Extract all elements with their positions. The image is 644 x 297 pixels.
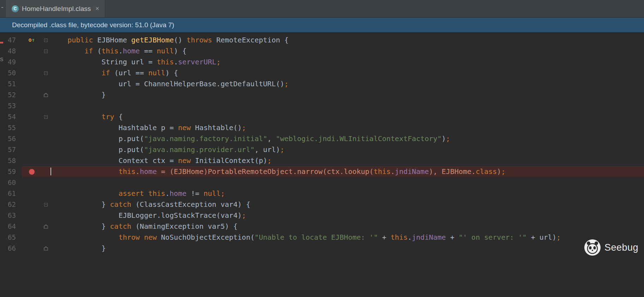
tool-window-label-fragment[interactable]: s — [0, 55, 4, 63]
override-circle-glyph: o — [28, 37, 31, 43]
line-body: Context ctx = new InitialContext(p); — [22, 155, 644, 166]
line-number[interactable]: 52 — [0, 89, 22, 100]
code-line: 61 assert this.home != null; — [0, 188, 644, 199]
line-body: this.home = (EJBHome)PortableRemoteObjec… — [22, 166, 644, 177]
code-text[interactable]: } — [50, 89, 644, 100]
code-line: 50 if (url == null) { — [0, 68, 644, 78]
line-body: } catch (NamingException var5) { — [22, 221, 644, 232]
code-line: 62 } catch (ClassCastException var4) { — [0, 199, 644, 210]
code-line: 65 throw new NoSuchObjectException("Unab… — [0, 232, 644, 243]
clipped-ui-fragment: - — [1, 3, 4, 11]
error-stripe-mark — [0, 42, 3, 43]
code-text[interactable]: } catch (NamingException var5) { — [50, 221, 644, 232]
code-line: 55 Hashtable p = new Hashtable(); — [0, 122, 644, 133]
line-body: } — [22, 243, 644, 254]
code-line: 53 — [0, 100, 644, 111]
code-text[interactable]: Hashtable p = new Hashtable(); — [50, 122, 644, 133]
code-text[interactable]: } catch (ClassCastException var4) { — [50, 199, 644, 210]
fold-collapse-icon[interactable] — [44, 39, 48, 42]
tab-title: HomeHandleImpl.class — [22, 5, 91, 13]
banner-text: Decompiled .class file, bytecode version… — [12, 21, 174, 29]
line-body: Hashtable p = new Hashtable(); — [22, 122, 644, 133]
code-text[interactable]: public EJBHome getEJBHome() throws Remot… — [50, 35, 644, 46]
watermark-text: Seebug — [604, 242, 638, 253]
line-number[interactable]: 59 — [0, 166, 22, 177]
fold-end-icon[interactable] — [44, 93, 48, 97]
line-number[interactable]: 53 — [0, 100, 22, 111]
line-body: url = ChannelHelperBase.getDefaultURL(); — [22, 78, 644, 89]
code-text[interactable]: url = ChannelHelperBase.getDefaultURL(); — [50, 78, 644, 89]
fold-collapse-icon[interactable] — [44, 115, 48, 119]
code-text[interactable]: String url = this.serverURL; — [50, 57, 644, 68]
line-number[interactable]: 64 — [0, 221, 22, 232]
fold-gutter-slot — [41, 246, 50, 251]
ide-window: { "tab_bar": { "tab": { "title": "HomeHa… — [0, 0, 644, 297]
fold-collapse-icon[interactable] — [44, 50, 48, 53]
code-line: 58 Context ctx = new InitialContext(p); — [0, 155, 644, 166]
line-number[interactable]: 57 — [0, 144, 22, 155]
editor-tab[interactable]: C HomeHandleImpl.class × — [6, 0, 105, 17]
overriding-method-icon[interactable]: o↑ — [28, 37, 35, 43]
line-body: } — [22, 89, 644, 100]
line-number[interactable]: 61 — [0, 188, 22, 199]
line-body: p.put("java.naming.provider.url", url); — [22, 144, 644, 155]
code-text[interactable]: } — [50, 243, 644, 254]
line-number[interactable]: 60 — [0, 177, 22, 188]
code-text[interactable]: if (url == null) { — [50, 68, 644, 78]
line-number[interactable]: 51 — [0, 78, 22, 89]
code-line: 48 if (this.home == null) { — [0, 46, 644, 57]
line-body: p.put("java.naming.factory.initial", "we… — [22, 133, 644, 144]
line-number[interactable]: 54 — [0, 111, 22, 122]
line-body: EJBLogger.logStackTrace(var4); — [22, 210, 644, 221]
code-line: 49 String url = this.serverURL; — [0, 57, 644, 68]
line-body: } catch (ClassCastException var4) { — [22, 199, 644, 210]
line-body: throw new NoSuchObjectException("Unable … — [22, 232, 644, 243]
code-area: 47o↑ public EJBHome getEJBHome() throws … — [0, 35, 644, 254]
code-editor: 47o↑ public EJBHome getEJBHome() throws … — [0, 33, 644, 297]
line-number[interactable]: 47 — [0, 35, 22, 46]
code-text[interactable]: try { — [50, 111, 644, 122]
code-line: 51 url = ChannelHelperBase.getDefaultURL… — [0, 78, 644, 89]
code-line: 52 } — [0, 89, 644, 100]
code-line: 64 } catch (NamingException var5) { — [0, 221, 644, 232]
code-line: 56 p.put("java.naming.factory.initial", … — [0, 133, 644, 144]
line-number[interactable]: 50 — [0, 68, 22, 78]
line-number[interactable]: 58 — [0, 155, 22, 166]
code-line: 57 p.put("java.naming.provider.url", url… — [0, 144, 644, 155]
line-number[interactable]: 62 — [0, 199, 22, 210]
fold-collapse-icon[interactable] — [44, 203, 48, 206]
code-line: 63 EJBLogger.logStackTrace(var4); — [0, 210, 644, 221]
tab-close-icon[interactable]: × — [95, 5, 99, 12]
code-text[interactable]: p.put("java.naming.provider.url", url); — [50, 144, 644, 155]
seebug-logo-icon — [584, 239, 601, 256]
fold-gutter-slot — [41, 39, 50, 42]
code-text[interactable]: p.put("java.naming.factory.initial", "we… — [50, 133, 644, 144]
code-text[interactable]: EJBLogger.logStackTrace(var4); — [50, 210, 644, 221]
code-line: 47o↑ public EJBHome getEJBHome() throws … — [0, 35, 644, 46]
code-text[interactable]: Context ctx = new InitialContext(p); — [50, 155, 644, 166]
code-text[interactable]: assert this.home != null; — [50, 188, 644, 199]
line-number[interactable]: 55 — [0, 122, 22, 133]
line-number[interactable]: 65 — [0, 232, 22, 243]
fold-end-icon[interactable] — [44, 246, 48, 251]
code-line: 66 } — [0, 243, 644, 254]
override-arrow-glyph: ↑ — [32, 37, 35, 43]
line-number[interactable]: 63 — [0, 210, 22, 221]
fold-end-icon[interactable] — [44, 225, 48, 229]
code-text[interactable]: if (this.home == null) { — [50, 46, 644, 57]
fold-gutter-slot — [41, 93, 50, 97]
code-text[interactable]: throw new NoSuchObjectException("Unable … — [50, 232, 644, 243]
breakpoint-icon[interactable] — [29, 169, 35, 175]
fold-gutter-slot — [41, 115, 50, 119]
fold-gutter-slot — [41, 50, 50, 53]
line-body: if (url == null) { — [22, 68, 644, 78]
fold-collapse-icon[interactable] — [44, 71, 48, 75]
line-number[interactable]: 66 — [0, 243, 22, 254]
gutter-icon-slot — [22, 169, 41, 175]
fold-gutter-slot — [41, 203, 50, 206]
line-body: if (this.home == null) { — [22, 46, 644, 57]
line-number[interactable]: 56 — [0, 133, 22, 144]
seebug-watermark: Seebug — [584, 239, 638, 256]
java-class-icon: C — [12, 5, 19, 12]
code-text[interactable]: this.home = (EJBHome)PortableRemoteObjec… — [50, 166, 644, 177]
